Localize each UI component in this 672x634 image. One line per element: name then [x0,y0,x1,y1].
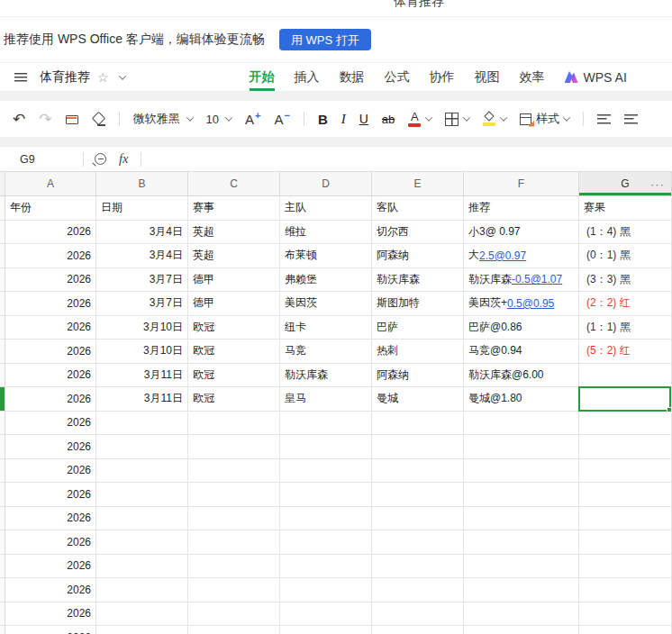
cell-year[interactable]: 2026 [5,292,96,315]
underline-button[interactable]: U [359,112,368,126]
cell-tip[interactable] [464,483,579,506]
cell-league[interactable] [188,412,280,435]
hamburger-menu-icon[interactable] [14,73,27,82]
cell-result[interactable] [579,555,672,578]
cell-away[interactable]: 阿森纳 [372,244,464,267]
undo-button[interactable]: ↶ [13,110,25,128]
cell-league[interactable]: 英超 [188,244,280,267]
cell-result[interactable] [579,387,672,411]
ribbon-tab-协作[interactable]: 协作 [430,63,455,91]
column-header-F[interactable]: F [464,172,579,195]
wps-ai-entry[interactable]: WPS AI [565,70,627,85]
cell-result[interactable] [579,507,672,530]
cell-away[interactable] [372,507,464,530]
fill-color-button[interactable] [483,112,506,126]
cell-league[interactable] [188,578,280,602]
name-box[interactable]: G9 [20,153,83,166]
cell-date[interactable]: 3月10日 [96,316,188,340]
tip-link[interactable]: 0.5@0.95 [507,297,554,310]
cell-year[interactable]: 2026 [5,340,96,363]
tip-link[interactable]: -0.5@1.07 [512,273,562,285]
cell-league[interactable]: 德甲 [188,292,280,315]
cell-away[interactable] [372,435,464,458]
cell-date[interactable]: 3月7日 [96,292,188,315]
more-columns-indicator[interactable]: ··· [650,177,665,191]
cell-result[interactable]: (0：1) 黑 [579,244,672,267]
cell-year[interactable]: 2026 [5,412,96,435]
cell-date[interactable]: 3月11日 [96,387,188,411]
cell-tip[interactable] [464,459,579,483]
cell-date[interactable] [96,483,188,506]
cell-away[interactable]: 勒沃库森 [372,268,464,292]
cell-league[interactable]: 欧冠 [188,364,280,387]
cell-league[interactable] [188,602,280,626]
font-size-select[interactable]: 10 [206,113,232,126]
header-cell-away[interactable]: 客队 [372,196,464,220]
cell-home[interactable]: 美因茨 [280,292,372,315]
column-header-D[interactable]: D [280,172,372,195]
cell-result[interactable] [579,602,672,626]
column-header-E[interactable]: E [372,172,464,195]
cell-result[interactable] [579,578,672,602]
cell-tip[interactable] [464,578,579,602]
zoom-search-icon[interactable] [95,153,106,165]
cell-league[interactable] [188,626,280,634]
cell-league[interactable] [188,530,280,554]
cell-away[interactable] [372,602,464,626]
insert-function-button[interactable]: fx [119,151,128,167]
cell-away[interactable]: 巴萨 [372,316,464,340]
cell-away[interactable]: 阿森纳 [372,364,464,387]
borders-button[interactable] [445,113,469,126]
title-chevron-down-icon[interactable] [118,72,125,79]
cell-result[interactable] [579,412,672,435]
cell-league[interactable] [188,507,280,530]
cell-result[interactable] [579,364,672,387]
cell-date[interactable]: 3月4日 [96,221,188,244]
cell-date[interactable] [96,459,188,483]
cell-date[interactable]: 3月10日 [96,340,188,363]
ribbon-tab-数据[interactable]: 数据 [340,63,365,91]
cell-home[interactable] [280,459,372,483]
column-header-B[interactable]: B [96,172,188,195]
cell-home[interactable] [280,555,372,578]
cell-tip[interactable] [464,412,579,435]
header-cell-year[interactable]: 年份 [5,196,96,220]
cell-year[interactable]: 2026 [5,364,96,387]
cell-away[interactable] [372,626,464,634]
cell-result[interactable] [579,459,672,483]
cell-away[interactable] [372,459,464,483]
italic-button[interactable]: I [341,112,346,127]
cell-year[interactable]: 2026 [5,602,96,626]
cell-tip[interactable] [464,555,579,578]
cell-away[interactable]: 斯图加特 [372,292,464,315]
cell-league[interactable]: 欧冠 [188,316,280,340]
column-header-A[interactable]: A [5,172,96,195]
ribbon-tab-开始[interactable]: 开始 [250,63,275,91]
cell-year[interactable]: 2026 [5,555,96,578]
redo-button[interactable]: ↷ [39,110,51,128]
header-cell-result[interactable]: 赛果 [579,196,672,220]
cell-away[interactable] [372,555,464,578]
bold-button[interactable]: B [318,112,328,127]
cell-home[interactable]: 马竞 [280,340,372,363]
cell-tip[interactable]: 马竞@0.94 [464,340,579,363]
cell-year[interactable]: 2026 [5,244,96,267]
cell-date[interactable] [96,626,188,634]
cell-home[interactable] [280,530,372,554]
ribbon-tab-公式[interactable]: 公式 [385,63,410,91]
cell-result[interactable] [579,626,672,634]
cell-tip[interactable] [464,626,579,634]
cell-home[interactable]: 勒沃库森 [280,364,372,387]
cell-tip[interactable] [464,530,579,554]
cell-league[interactable]: 欧冠 [188,340,280,363]
header-cell-tip[interactable]: 推荐 [464,196,579,220]
header-cell-date[interactable]: 日期 [96,196,188,220]
cell-year[interactable]: 2026 [5,459,96,483]
cell-year[interactable]: 2026 [5,221,96,244]
cell-year[interactable]: 2026 [5,387,96,411]
cell-league[interactable] [188,483,280,506]
strikethrough-button[interactable]: ab [382,113,395,126]
cell-result[interactable]: (3：3) 黑 [579,268,672,292]
cell-home[interactable]: 维拉 [280,221,372,244]
cell-result[interactable] [579,530,672,554]
